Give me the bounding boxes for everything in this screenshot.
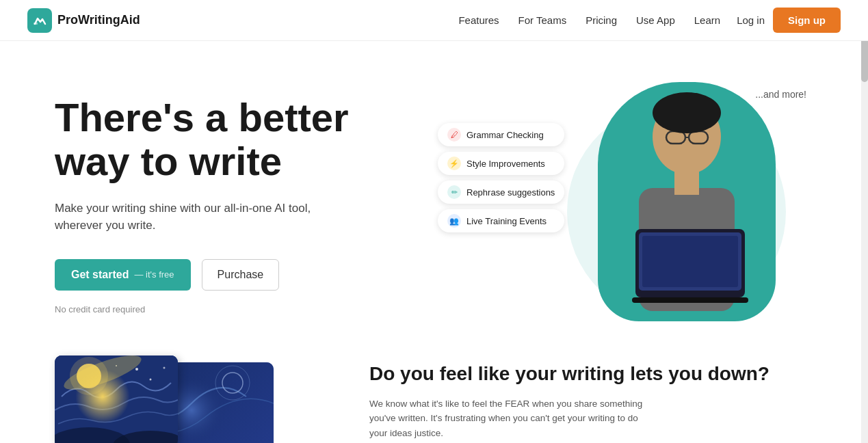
nav-pricing[interactable]: Pricing: [586, 14, 617, 26]
get-started-button[interactable]: Get started — it's free: [55, 259, 191, 291]
svg-point-22: [116, 365, 117, 366]
bottom-section: My idea in my head Do you feel like your…: [0, 355, 868, 443]
logo-icon: [27, 8, 52, 33]
svg-rect-10: [642, 236, 738, 287]
pill-rephrase: ✏ Rephrase suggestions: [438, 180, 564, 204]
person-teal-background: [598, 82, 776, 321]
scrollbar[interactable]: [861, 0, 868, 443]
svg-point-14: [222, 373, 243, 393]
svg-point-15: [215, 366, 250, 400]
free-label: — it's free: [134, 269, 174, 280]
nav-links: Features For Teams Pricing Use App Learn: [458, 14, 720, 26]
style-icon: ⚡: [447, 157, 461, 170]
svg-rect-7: [674, 171, 699, 195]
hero-title: There's a better way to write: [55, 96, 424, 183]
starry-night-bg: [55, 355, 178, 443]
section-title: Do you feel like your writing lets you d…: [369, 362, 813, 386]
grammar-icon: 🖊: [447, 128, 461, 142]
navbar: ProWritingAid Features For Teams Pricing…: [0, 0, 868, 41]
bottom-right: Do you feel like your writing lets you d…: [369, 355, 813, 440]
purchase-button[interactable]: Purchase: [202, 259, 280, 291]
hero-subtitle: Make your writing shine with our all-in-…: [55, 200, 315, 234]
brand-name: ProWritingAid: [57, 13, 140, 27]
artwork-area: My idea in my head: [55, 355, 315, 443]
signup-button[interactable]: Sign up: [773, 8, 841, 33]
hero-illustration: ...and more! 🖊 Grammar Checking ⚡ Style …: [438, 82, 813, 328]
rephrase-icon: ✏: [447, 185, 461, 199]
svg-point-18: [70, 357, 108, 395]
svg-point-21: [163, 367, 166, 369]
svg-point-20: [150, 379, 152, 381]
nav-features[interactable]: Features: [458, 14, 499, 26]
artwork-stack: My idea in my head: [55, 355, 287, 443]
and-more-text: ...and more!: [755, 89, 806, 100]
nav-use-app[interactable]: Use App: [636, 14, 675, 26]
hero-left: There's a better way to write Make your …: [55, 82, 424, 314]
login-button[interactable]: Log in: [737, 14, 765, 26]
feature-pills: 🖊 Grammar Checking ⚡ Style Improvements …: [438, 123, 564, 232]
pill-grammar: 🖊 Grammar Checking: [438, 123, 564, 146]
svg-point-19: [135, 368, 138, 371]
nav-learn[interactable]: Learn: [694, 14, 720, 26]
nav-for-teams[interactable]: For Teams: [518, 14, 567, 26]
section-description: We know what it's like to feel the FEAR …: [369, 397, 657, 441]
hero-buttons: Get started — it's free Purchase: [55, 259, 424, 291]
pill-style: ⚡ Style Improvements: [438, 152, 564, 175]
svg-rect-11: [632, 297, 748, 303]
art-card-front: [55, 355, 178, 443]
logo-link[interactable]: ProWritingAid: [27, 8, 140, 33]
svg-point-5: [653, 92, 721, 133]
no-credit-card-text: No credit card required: [55, 304, 424, 314]
svg-rect-0: [34, 23, 38, 25]
training-icon: 👥: [447, 214, 461, 228]
hero-section: There's a better way to write Make your …: [0, 41, 868, 355]
pill-training: 👥 Live Training Events: [438, 209, 564, 232]
